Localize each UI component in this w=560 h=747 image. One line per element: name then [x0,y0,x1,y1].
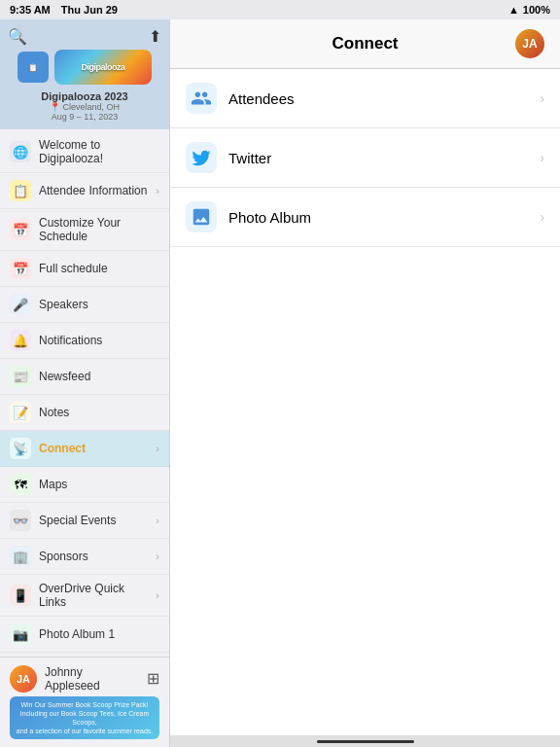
nav-icon-notes: 📝 [10,402,31,423]
sidebar-item-full-schedule[interactable]: 📅 Full schedule [0,251,169,287]
content-item-photo-album[interactable]: Photo Album › [170,188,560,247]
app-name: Digipalooza 2023 [41,90,127,102]
bottom-bar [170,735,560,747]
nav-label-newsfeed: Newsfeed [39,370,159,383]
sidebar-header-actions: 🔍 ⬆ [8,27,161,46]
app-logo-text: Digipalooza [81,62,124,72]
nav-label-overdrive: OverDrive Quick Links [39,582,148,609]
nav-icon-full-schedule: 📅 [10,258,31,279]
date-display: Thu Jun 29 [61,4,118,16]
share-button[interactable]: ⬆ [149,27,161,46]
sidebar-item-maps[interactable]: 🗺 Maps [0,467,169,503]
promo-line1: Win Our Summer Book Scoop Prize Pack! [16,700,154,709]
app-date: Aug 9 – 11, 2023 [41,112,127,122]
sidebar-item-connect[interactable]: 📡 Connect › [0,431,169,467]
status-bar: 9:35 AM Thu Jun 29 ▲ 100% [0,0,560,19]
main-title: Connect [215,34,515,53]
nav-icon-sponsors: 🏢 [10,546,31,567]
nav-icon-maps: 🗺 [10,474,31,495]
sidebar-item-welcome[interactable]: 🌐 Welcome to Digipalooza! [0,131,169,173]
nav-icon-speakers: 🎤 [10,294,31,315]
status-time: 9:35 AM Thu Jun 29 [10,4,118,16]
content-chevron-attendees: › [540,90,544,106]
content-chevron-twitter: › [540,150,544,165]
wifi-icon: ▲ [508,4,519,16]
nav-label-attendee-info: Attendee Information [39,184,148,197]
sidebar-item-speakers[interactable]: 🎤 Speakers [0,287,169,323]
content-chevron-photo-album: › [540,209,544,225]
location-pin-icon: 📍 [50,102,60,112]
nav-icon-customize-schedule: 📅 [10,219,31,240]
promo-line3: and a selection of our favorite summer r… [16,727,154,735]
sidebar-nav: 🌐 Welcome to Digipalooza! 📋 Attendee Inf… [0,129,169,657]
sidebar-item-photo-album[interactable]: 📷 Photo Album 1 [0,617,169,653]
nav-label-photo-album: Photo Album 1 [39,627,159,641]
sidebar-footer: JA Johnny Appleseed ⊞ Win Our Summer Boo… [0,657,169,747]
nav-icon-photo-album: 📷 [10,623,31,645]
nav-chevron-connect: › [156,443,159,454]
status-indicators: ▲ 100% [508,4,550,16]
sidebar: 🔍 ⬆ 📋 Digipalooza Digipalooza 2023 📍 Cle… [0,19,170,747]
conference-badge: 📋 [18,52,49,83]
sidebar-item-newsfeed[interactable]: 📰 Newsfeed [0,359,169,395]
nav-label-sponsors: Sponsors [39,550,148,563]
time-display: 9:35 AM [10,4,51,16]
main-content: Connect JA Attendees › Twitter › Photo A… [170,19,560,747]
promo-banner: Win Our Summer Book Scoop Prize Pack! In… [10,696,159,739]
content-icon-photo-album [186,201,217,232]
nav-label-full-schedule: Full schedule [39,262,159,275]
user-row: JA Johnny Appleseed ⊞ [10,665,159,693]
sidebar-item-notifications[interactable]: 🔔 Notifications [0,323,169,359]
nav-icon-notifications: 🔔 [10,330,31,351]
search-button[interactable]: 🔍 [8,27,27,46]
nav-label-customize-schedule: Customize Your Schedule [39,216,159,243]
nav-label-connect: Connect [39,442,148,455]
main-header: Connect JA [170,19,560,69]
nav-chevron-attendee-info: › [156,185,159,196]
qr-icon[interactable]: ⊞ [147,669,159,688]
nav-label-speakers: Speakers [39,298,159,311]
content-label-attendees: Attendees [228,90,528,107]
battery-display: 100% [523,4,550,16]
nav-chevron-special-events: › [156,515,159,526]
content-list: Attendees › Twitter › Photo Album › [170,69,560,735]
nav-icon-newsfeed: 📰 [10,366,31,387]
nav-label-welcome: Welcome to Digipalooza! [39,138,159,165]
app-logo: Digipalooza [54,50,152,85]
content-label-twitter: Twitter [228,150,528,166]
nav-label-notifications: Notifications [39,334,159,347]
nav-icon-connect: 📡 [10,438,31,459]
nav-icon-attendee-info: 📋 [10,180,31,201]
sidebar-item-notes[interactable]: 📝 Notes [0,395,169,431]
promo-line2: Including our Book Scoop Tees, Ice Cream… [16,709,154,727]
sidebar-item-customize-schedule[interactable]: 📅 Customize Your Schedule [0,209,169,251]
nav-chevron-overdrive: › [156,589,159,601]
nav-icon-special-events: 👓 [10,510,31,531]
nav-icon-overdrive: 📱 [10,585,31,606]
sidebar-item-sponsors[interactable]: 🏢 Sponsors › [0,539,169,575]
content-item-attendees[interactable]: Attendees › [170,69,560,128]
user-name: Johnny Appleseed [45,665,139,693]
app-branding: 📋 Digipalooza [18,50,152,85]
content-item-twitter[interactable]: Twitter › [170,128,560,188]
nav-label-maps: Maps [39,478,159,491]
sidebar-header: 🔍 ⬆ 📋 Digipalooza Digipalooza 2023 📍 Cle… [0,19,169,129]
user-initials: JA [17,673,30,685]
content-label-photo-album: Photo Album [228,209,528,226]
content-icon-attendees [186,83,217,114]
location-text: Cleveland, OH [62,102,120,112]
sidebar-item-overdrive[interactable]: 📱 OverDrive Quick Links › [0,575,169,617]
app-info: Digipalooza 2023 📍 Cleveland, OH Aug 9 –… [41,90,127,122]
app-location: 📍 Cleveland, OH [41,102,127,112]
app-container: 🔍 ⬆ 📋 Digipalooza Digipalooza 2023 📍 Cle… [0,19,560,747]
content-icon-twitter [186,142,217,173]
sidebar-item-attendee-info[interactable]: 📋 Attendee Information › [0,173,169,209]
nav-label-notes: Notes [39,406,159,419]
nav-icon-welcome: 🌐 [10,141,31,162]
sidebar-item-special-events[interactable]: 👓 Special Events › [0,503,169,539]
home-indicator [317,740,414,743]
nav-chevron-sponsors: › [156,551,159,562]
nav-label-special-events: Special Events [39,514,148,527]
user-avatar: JA [10,665,37,693]
main-avatar[interactable]: JA [515,29,544,58]
